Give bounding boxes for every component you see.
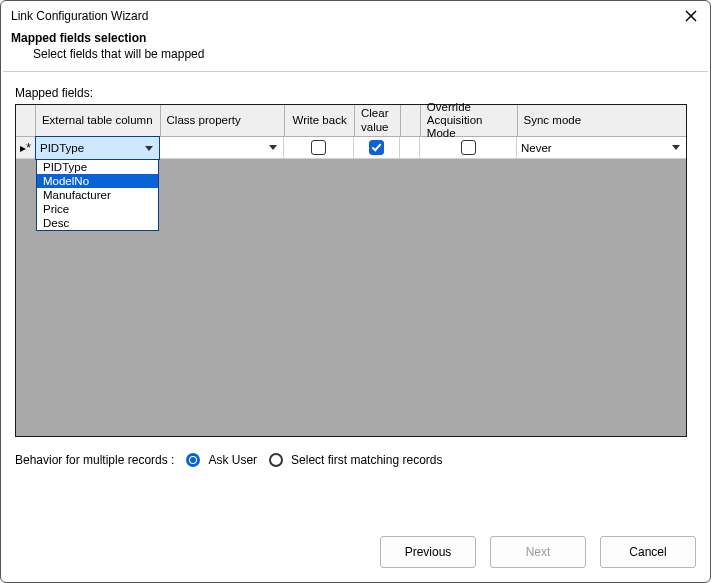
chevron-down-icon — [269, 145, 277, 150]
cell-clear-value[interactable] — [354, 137, 400, 159]
dropdown-option-price[interactable]: Price — [37, 202, 158, 216]
external-column-dropdown[interactable]: PIDType ModelNo Manufacturer Price Desc — [36, 159, 159, 231]
radio-ask-user[interactable] — [186, 453, 200, 467]
cell-class-property[interactable] — [159, 137, 284, 159]
dropdown-option-pidtype[interactable]: PIDType — [37, 160, 158, 174]
write-back-checkbox[interactable] — [311, 140, 326, 155]
next-button[interactable]: Next — [490, 536, 586, 568]
mapped-fields-label: Mapped fields: — [15, 86, 696, 100]
radio-select-first-label[interactable]: Select first matching records — [291, 453, 442, 467]
chevron-down-icon — [672, 145, 680, 150]
chevron-down-icon — [145, 146, 153, 151]
wizard-step-subtitle: Select fields that will be mapped — [11, 47, 700, 61]
behavior-label: Behavior for multiple records : — [15, 453, 174, 467]
radio-select-first[interactable] — [269, 453, 283, 467]
sync-mode-value: Never — [521, 142, 552, 154]
wizard-step-title: Mapped fields selection — [11, 31, 700, 45]
grid-header-row: External table column Class property Wri… — [16, 105, 686, 137]
dropdown-option-modelno[interactable]: ModelNo — [37, 174, 158, 188]
row-indicator: ▸* — [16, 137, 36, 159]
cancel-button[interactable]: Cancel — [600, 536, 696, 568]
dropdown-option-manufacturer[interactable]: Manufacturer — [37, 188, 158, 202]
sync-mode-select[interactable]: Never — [521, 137, 682, 158]
wizard-buttons: Previous Next Cancel — [380, 536, 696, 568]
column-clear-value[interactable]: Clear value — [355, 105, 401, 137]
content-area: Mapped fields: External table column Cla… — [1, 72, 710, 437]
cell-external-column[interactable]: PIDType — [35, 136, 160, 160]
column-override-acquisition[interactable]: Override Acquisition Mode — [421, 105, 518, 137]
behavior-row: Behavior for multiple records : Ask User… — [1, 437, 710, 467]
dialog-window: Link Configuration Wizard Mapped fields … — [0, 0, 711, 583]
mapped-fields-grid: External table column Class property Wri… — [15, 104, 687, 437]
cell-spacer — [400, 137, 420, 159]
close-icon — [685, 10, 697, 22]
column-spacer — [401, 105, 421, 137]
column-external-table[interactable]: External table column — [36, 105, 161, 137]
close-button[interactable] — [682, 7, 700, 25]
clear-value-checkbox[interactable] — [369, 140, 384, 155]
wizard-header: Mapped fields selection Select fields th… — [1, 29, 710, 71]
titlebar: Link Configuration Wizard — [1, 1, 710, 29]
previous-button[interactable]: Previous — [380, 536, 476, 568]
class-property-select[interactable] — [163, 137, 279, 158]
external-column-select[interactable]: PIDType — [40, 137, 155, 159]
dialog-title: Link Configuration Wizard — [11, 9, 148, 23]
column-class-property[interactable]: Class property — [161, 105, 286, 137]
cell-sync-mode[interactable]: Never — [517, 137, 686, 159]
column-sync-mode[interactable]: Sync mode — [518, 105, 686, 137]
dropdown-option-desc[interactable]: Desc — [37, 216, 158, 230]
override-acquisition-checkbox[interactable] — [461, 140, 476, 155]
column-rowheader — [16, 105, 36, 137]
table-row: ▸* PIDType — [16, 137, 686, 159]
column-write-back[interactable]: Write back — [285, 105, 355, 137]
external-column-value: PIDType — [40, 142, 84, 154]
cell-override-acquisition[interactable] — [420, 137, 517, 159]
radio-ask-user-label[interactable]: Ask User — [208, 453, 257, 467]
cell-write-back[interactable] — [284, 137, 354, 159]
